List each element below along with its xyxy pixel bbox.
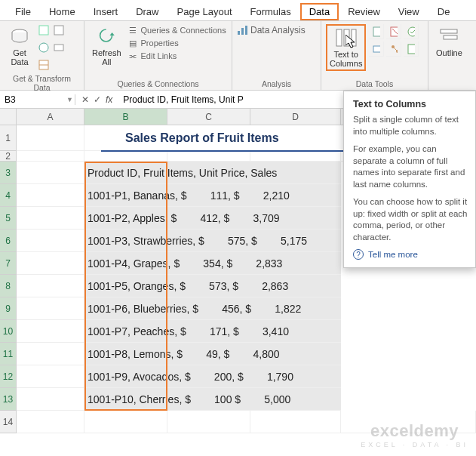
- group-queries: Refresh All ☰Queries & Connections ▤Prop…: [84, 21, 232, 90]
- refresh-icon: [94, 26, 118, 47]
- svg-rect-17: [373, 46, 380, 52]
- get-data-label: Get Data: [11, 48, 28, 66]
- group-analysis: Data Analysis Analysis: [232, 21, 321, 90]
- svg-rect-5: [54, 26, 63, 35]
- from-web-icon[interactable]: [38, 42, 50, 57]
- cell-B9[interactable]: 1001-P6, Blueberries, $ 456, $ 1,822: [84, 297, 341, 320]
- cell-B13[interactable]: 1001-P10, Cherries, $ 100 $ 5,000: [84, 388, 341, 411]
- tab-review[interactable]: Review: [339, 3, 389, 20]
- tooltip-text-to-columns: Text to Columns Split a single column of…: [343, 91, 476, 268]
- from-table-icon[interactable]: [38, 59, 50, 74]
- col-header-C[interactable]: C: [167, 109, 250, 125]
- text-to-columns-label: Text to Columns: [330, 50, 362, 68]
- cell-B11[interactable]: 1001-P8, Lemons, $ 49, $ 4,800: [84, 343, 341, 365]
- tab-file[interactable]: File: [6, 3, 40, 20]
- row-header-7[interactable]: 7: [0, 252, 17, 275]
- enter-icon[interactable]: ✓: [94, 94, 101, 105]
- col-header-B[interactable]: B: [84, 109, 167, 125]
- properties-icon: ▤: [127, 38, 138, 48]
- tab-formulas[interactable]: Formulas: [241, 3, 300, 20]
- row-header-3[interactable]: 3: [0, 162, 17, 184]
- row-header-6[interactable]: 6: [0, 230, 17, 252]
- group-label-get-transform: Get & Transform Data: [5, 74, 79, 94]
- row-header-4[interactable]: 4: [0, 184, 17, 207]
- cell-B10[interactable]: 1001-P7, Peaches, $ 171, $ 3,410: [84, 320, 341, 343]
- svg-rect-13: [373, 27, 380, 36]
- tab-more[interactable]: De: [428, 3, 459, 20]
- svg-point-2: [39, 43, 48, 52]
- svg-rect-1: [39, 26, 48, 35]
- row-header-2[interactable]: 2: [0, 151, 17, 162]
- ribbon-body: Get Data Get & Transform Data Refresh Al…: [0, 21, 476, 91]
- properties-button[interactable]: ▤Properties: [127, 37, 226, 49]
- ribbon-tabs: File Home Insert Draw Page Layout Formul…: [0, 0, 476, 21]
- relationships-icon[interactable]: [386, 42, 401, 57]
- sheet-title[interactable]: Sales Report of Fruit Items: [84, 125, 341, 151]
- cell-B6[interactable]: 1001-P3, Strawberries, $ 575, $ 5,175: [84, 230, 341, 252]
- remove-dup-icon[interactable]: [386, 24, 401, 39]
- get-data-button[interactable]: Get Data: [5, 24, 35, 68]
- data-validation-icon[interactable]: [404, 24, 419, 39]
- group-label-analysis: Analysis: [237, 79, 316, 90]
- cell-B5[interactable]: 1001-P2, Apples, $ 412, $ 3,709: [84, 207, 341, 230]
- cell-B3[interactable]: Product ID, Fruit Items, Unit Price, Sal…: [84, 162, 341, 184]
- queries-connections-button[interactable]: ☰Queries & Connections: [127, 24, 226, 36]
- tab-page-layout[interactable]: Page Layout: [168, 3, 241, 20]
- col-header-A[interactable]: A: [17, 109, 84, 125]
- outline-button[interactable]: Outline: [433, 24, 465, 59]
- tooltip-p2: For example, you can separate a column o…: [353, 143, 468, 190]
- flash-fill-icon[interactable]: [369, 24, 384, 39]
- namebox-dropdown-icon[interactable]: ▼: [66, 96, 73, 103]
- row-header-5[interactable]: 5: [0, 207, 17, 230]
- cursor-icon: [345, 35, 359, 51]
- col-header-D[interactable]: D: [250, 109, 341, 125]
- svg-rect-22: [441, 29, 457, 33]
- row-header-10[interactable]: 10: [0, 320, 17, 343]
- tab-view[interactable]: View: [389, 3, 428, 20]
- svg-rect-10: [336, 29, 342, 46]
- existing-conn-icon[interactable]: [53, 42, 65, 57]
- edit-links-icon: ⫘: [127, 51, 138, 61]
- tooltip-p3: You can choose how to split it up: fixed…: [353, 196, 468, 243]
- cell-B4[interactable]: 1001-P1, Bananas, $ 111, $ 2,210: [84, 184, 341, 207]
- cell-B8[interactable]: 1001-P5, Oranges, $ 573, $ 2,863: [84, 275, 341, 297]
- edit-links-button[interactable]: ⫘Edit Links: [127, 50, 226, 62]
- row-header-12[interactable]: 12: [0, 365, 17, 388]
- link-icon: ☰: [127, 25, 138, 35]
- group-get-transform: Get Data Get & Transform Data: [0, 21, 84, 90]
- svg-rect-9: [245, 26, 247, 35]
- cell-B12[interactable]: 1001-P9, Avocados, $ 200, $ 1,790: [84, 365, 341, 388]
- svg-rect-7: [238, 31, 240, 35]
- select-all-corner[interactable]: [0, 109, 17, 125]
- tell-me-more-link[interactable]: ? Tell me more: [353, 249, 468, 260]
- cell-B7[interactable]: 1001-P4, Grapes, $ 354, $ 2,833: [84, 252, 341, 275]
- name-box[interactable]: B3 ▼: [0, 94, 75, 105]
- row-header-9[interactable]: 9: [0, 297, 17, 320]
- consolidate-icon[interactable]: [369, 42, 384, 57]
- tab-draw[interactable]: Draw: [127, 3, 167, 20]
- row-header-14[interactable]: 14: [0, 411, 17, 433]
- manage-model-icon[interactable]: [404, 42, 419, 57]
- cancel-icon[interactable]: ✕: [81, 94, 89, 105]
- group-label-data-tools: Data Tools: [326, 79, 423, 90]
- recent-sources-icon[interactable]: [53, 24, 65, 39]
- group-label-queries: Queries & Connections: [89, 79, 227, 90]
- from-text-icon[interactable]: [38, 24, 50, 39]
- svg-rect-6: [54, 45, 63, 51]
- svg-rect-23: [444, 35, 457, 39]
- tooltip-title: Text to Columns: [353, 99, 468, 109]
- row-header-1[interactable]: 1: [0, 125, 17, 151]
- data-tools-extra: [369, 24, 422, 57]
- tab-home[interactable]: Home: [40, 3, 84, 20]
- tab-data[interactable]: Data: [300, 3, 339, 20]
- fx-icon[interactable]: fx: [106, 94, 112, 105]
- row-header-8[interactable]: 8: [0, 275, 17, 297]
- row-header-11[interactable]: 11: [0, 343, 17, 365]
- data-analysis-button[interactable]: Data Analysis: [237, 24, 306, 36]
- text-to-columns-button[interactable]: Text to Columns: [326, 24, 366, 71]
- tab-insert[interactable]: Insert: [84, 3, 127, 20]
- refresh-all-button[interactable]: Refresh All: [89, 24, 124, 68]
- row-header-13[interactable]: 13: [0, 388, 17, 411]
- get-data-icon: [8, 26, 32, 47]
- group-data-tools: Text to Columns Data Tools: [321, 21, 428, 90]
